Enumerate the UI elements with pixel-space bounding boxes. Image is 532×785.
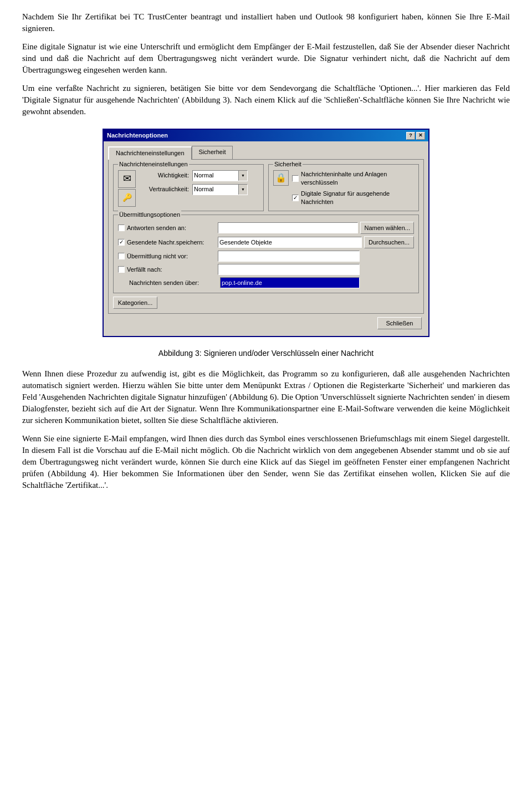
verfallt-input[interactable] — [218, 264, 360, 275]
lock-icon: 🔒 — [273, 170, 289, 186]
nachrichten-senden-row: Nachrichten senden über: pop.t-online.de — [118, 277, 414, 288]
gesendete-checkbox[interactable] — [118, 239, 125, 246]
titlebar-buttons: ? ✕ — [406, 132, 425, 140]
uebermittlungsoptionen-section: Übermittlungsoptionen Antworten senden a… — [113, 215, 419, 293]
figure-caption: Abbildung 3: Signieren und/oder Verschlü… — [22, 348, 510, 359]
vertraulichkeit-row: Vertraulichkeit: Normal ▼ — [139, 184, 259, 195]
uebermittlung-section-label: Übermittlungsoptionen — [118, 211, 181, 219]
kategorien-button[interactable]: Kategorien... — [113, 297, 157, 309]
paragraph-2: Eine digitale Signatur ist wie eine Unte… — [22, 41, 510, 76]
kategorien-area: Kategorien... — [113, 297, 419, 309]
vertraulichkeit-select[interactable]: Normal ▼ — [192, 184, 248, 195]
antworten-input[interactable] — [218, 222, 358, 233]
dialog-container: Nachrichtenoptionen ? ✕ Nachrichteneinst… — [22, 129, 510, 337]
uebermittlung-label-text: Übermittlung nicht vor: — [127, 252, 216, 261]
vertraulichkeit-value: Normal — [193, 185, 238, 193]
wichtigkeit-row: Wichtigkeit: Normal ▼ — [139, 170, 259, 181]
gesendete-value: Gesendete Objekte — [219, 238, 272, 247]
verfallt-row: Verfällt nach: — [118, 264, 414, 275]
nachrichten-senden-input[interactable]: pop.t-online.de — [220, 277, 360, 288]
nachrichten-section-label: Nachrichteneinstellungen — [118, 160, 189, 169]
dialog-title: Nachrichtenoptionen — [107, 131, 168, 140]
gesendete-input[interactable]: Gesendete Objekte — [218, 237, 362, 248]
verschluesseln-label: Nachrichteninhalte und Anlagen verschlüs… — [301, 170, 414, 187]
verfallt-checkbox[interactable] — [118, 266, 125, 273]
tab-nachrichteneinstellungen[interactable]: Nachrichteneinstellungen — [108, 146, 192, 159]
nachrichten-senden-value: pop.t-online.de — [222, 279, 262, 287]
uebermittlung-checkbox[interactable] — [118, 253, 125, 259]
schliessen-button[interactable]: Schließen — [377, 317, 422, 329]
uebermittlung-row: Übermittlung nicht vor: — [118, 251, 414, 262]
vertraulichkeit-label: Vertraulichkeit: — [139, 185, 189, 193]
gesendete-label: Gesendete Nachr.speichern: — [127, 238, 216, 247]
paragraph-3: Um eine verfaßte Nachricht zu signieren,… — [22, 83, 510, 118]
wichtigkeit-value: Normal — [193, 171, 238, 180]
sicherheit-section: Sicherheit 🔒 Nachrichteninhalte und Anla… — [268, 164, 419, 212]
tab-area: Nachrichteneinstellungen Sicherheit — [108, 146, 424, 159]
nachrichtenoptionen-dialog: Nachrichtenoptionen ? ✕ Nachrichteneinst… — [103, 129, 429, 337]
antworten-label: Antworten senden an: — [127, 224, 216, 232]
bottom-button-area: Schließen — [108, 314, 424, 332]
verfallt-label: Verfällt nach: — [127, 266, 216, 274]
paragraph-after-1: Wenn Ihnen diese Prozedur zu aufwendig i… — [22, 368, 510, 426]
digitale-signatur-row: Digitale Signatur für ausgehende Nachric… — [292, 190, 414, 207]
wichtigkeit-select[interactable]: Normal ▼ — [192, 170, 248, 181]
paragraph-after-2: Wenn Sie eine signierte E-Mail empfangen… — [22, 433, 510, 491]
dialog-content: Nachrichteneinstellungen Sicherheit Nach… — [104, 141, 428, 336]
durchsuchen-button[interactable]: Durchsuchen... — [364, 236, 414, 248]
verschluesseln-row: Nachrichteninhalte und Anlagen verschlüs… — [292, 170, 414, 187]
wichtigkeit-label: Wichtigkeit: — [139, 171, 189, 180]
dialog-panel: Nachrichteneinstellungen ✉ 🔑 Wichtigkeit… — [108, 159, 424, 314]
verschluesseln-checkbox[interactable] — [292, 175, 299, 182]
envelope-icon: ✉ — [118, 170, 136, 188]
dialog-titlebar: Nachrichtenoptionen ? ✕ — [104, 130, 428, 141]
wichtigkeit-dropdown-arrow[interactable]: ▼ — [238, 171, 247, 181]
antworten-checkbox[interactable] — [118, 225, 125, 231]
tab-sicherheit[interactable]: Sicherheit — [192, 146, 233, 159]
gesendete-row: Gesendete Nachr.speichern: Gesendete Obj… — [118, 236, 414, 248]
nachrichteneinstellungen-section: Nachrichteneinstellungen ✉ 🔑 Wichtigkeit… — [113, 164, 264, 212]
help-button[interactable]: ? — [406, 132, 415, 140]
digitale-signatur-checkbox[interactable] — [292, 195, 299, 201]
paragraph-1: Nachdem Sie Ihr Zertifikat bei TC TrustC… — [22, 11, 510, 34]
envelope-key-icon: 🔑 — [118, 189, 136, 207]
digitale-signatur-label: Digitale Signatur für ausgehende Nachric… — [301, 190, 414, 207]
vertraulichkeit-dropdown-arrow[interactable]: ▼ — [238, 185, 247, 195]
top-sections: Nachrichteneinstellungen ✉ 🔑 Wichtigkeit… — [113, 164, 419, 212]
uebermittlung-input[interactable] — [218, 251, 360, 262]
antworten-row: Antworten senden an: Namen wählen... — [118, 222, 414, 234]
sicherheit-section-label: Sicherheit — [273, 160, 303, 169]
nachrichten-senden-label: Nachrichten senden über: — [129, 279, 218, 287]
close-icon[interactable]: ✕ — [416, 132, 425, 140]
namen-waehlen-button[interactable]: Namen wählen... — [360, 222, 414, 234]
